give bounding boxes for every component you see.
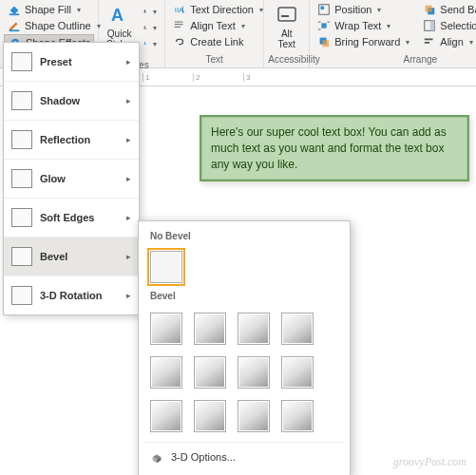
label: Align	[440, 36, 463, 48]
preset-preview-icon	[11, 52, 32, 71]
ruler-tick: 2	[193, 73, 243, 82]
text-direction-button[interactable]: IIAText Direction▾	[169, 2, 259, 17]
shadow-preview-icon	[11, 91, 32, 110]
text-direction-icon: IIA	[173, 3, 186, 16]
effects-shadow[interactable]: Shadow▸	[4, 82, 139, 121]
pencil-icon	[8, 19, 21, 32]
label: Bevel	[40, 251, 67, 262]
bevel-swatch[interactable]	[238, 356, 270, 389]
chevron-down-icon: ▾	[377, 6, 381, 14]
chevron-right-icon: ▸	[126, 291, 131, 300]
bevel-header: Bevel	[144, 287, 344, 307]
effects-soft-edges[interactable]: Soft Edges▸	[4, 199, 139, 238]
svg-rect-8	[143, 28, 146, 29]
align-text-icon	[173, 19, 186, 32]
svg-rect-23	[322, 40, 329, 47]
bevel-swatch[interactable]	[281, 400, 314, 432]
bevel-swatch[interactable]	[194, 313, 226, 345]
svg-rect-21	[318, 29, 321, 30]
selection-pane-button[interactable]: Selection Pane	[419, 18, 476, 33]
label: Selection Pane	[440, 20, 476, 31]
chevron-down-icon: ▾	[77, 6, 81, 14]
label: Alt Text	[278, 28, 295, 49]
bevel-swatch[interactable]	[238, 313, 270, 345]
reflection-preview-icon	[11, 130, 32, 149]
bring-forward-icon	[317, 35, 331, 48]
text-outline-icon[interactable]: A▾	[140, 20, 161, 35]
send-backward-button[interactable]: Send Backward▾	[419, 2, 476, 17]
svg-rect-12	[175, 24, 183, 25]
bevel-swatch[interactable]	[194, 356, 226, 389]
svg-rect-18	[322, 23, 327, 28]
chevron-right-icon: ▸	[126, 135, 131, 144]
wrap-icon	[317, 19, 331, 32]
selection-pane-icon	[423, 19, 436, 32]
shape-outline-button[interactable]: Shape Outline▾	[4, 18, 94, 33]
group-label: Text	[169, 54, 259, 66]
svg-rect-19	[318, 22, 321, 23]
text-fill-icon[interactable]: A▾	[140, 4, 161, 19]
label: Glow	[40, 173, 66, 184]
watermark: groovyPost.com	[393, 455, 466, 469]
chevron-down-icon: ▾	[259, 6, 263, 14]
label: Shape Fill	[25, 4, 71, 15]
svg-rect-13	[175, 27, 181, 28]
alt-text-icon	[276, 4, 298, 27]
svg-rect-6	[143, 12, 146, 13]
svg-rect-15	[281, 15, 289, 17]
alt-text-button[interactable]: Alt Text	[268, 2, 305, 51]
label: Wrap Text	[334, 20, 381, 31]
svg-rect-29	[425, 42, 429, 44]
3d-options-button[interactable]: 3-D Options...	[144, 442, 344, 471]
bevel-swatch[interactable]	[281, 313, 314, 345]
bring-forward-button[interactable]: Bring Forward▾	[314, 34, 413, 49]
chevron-right-icon: ▸	[126, 174, 131, 183]
chevron-down-icon: ▾	[387, 22, 390, 30]
text-effects-icon[interactable]: A▾	[140, 36, 161, 51]
bevel-none[interactable]	[150, 251, 182, 283]
position-button[interactable]: Position▾	[314, 2, 413, 17]
label: 3-D Options...	[171, 451, 236, 463]
align-button[interactable]: Align▾	[419, 34, 476, 49]
label: Position	[334, 4, 371, 15]
svg-rect-27	[430, 21, 434, 31]
create-link-button[interactable]: Create Link	[169, 34, 259, 49]
bevel-preview-icon	[11, 247, 32, 266]
group-label: Accessibility	[268, 54, 305, 66]
position-icon	[317, 3, 331, 16]
svg-rect-25	[426, 6, 432, 12]
bevel-swatch[interactable]	[150, 400, 182, 432]
svg-rect-28	[425, 39, 433, 41]
effects-3d-rotation[interactable]: 3-D Rotation▸	[4, 276, 139, 314]
bevel-swatch[interactable]	[281, 356, 314, 389]
bevel-swatch[interactable]	[194, 400, 226, 432]
bevel-swatch[interactable]	[150, 356, 182, 389]
chevron-right-icon: ▸	[126, 96, 131, 105]
align-text-button[interactable]: Align Text▾	[169, 18, 259, 33]
label: Preset	[40, 56, 72, 67]
label: Text Direction	[190, 4, 254, 15]
effects-reflection[interactable]: Reflection▸	[4, 121, 139, 160]
wrap-text-button[interactable]: Wrap Text▾	[314, 18, 413, 33]
bevel-swatch[interactable]	[238, 400, 270, 432]
effects-bevel[interactable]: Bevel▸	[4, 238, 139, 276]
effects-glow[interactable]: Glow▸	[4, 160, 139, 199]
effects-preset[interactable]: Preset▸	[4, 43, 139, 82]
shape-fill-button[interactable]: Shape Fill▾	[4, 2, 94, 17]
label: Align Text	[190, 20, 236, 31]
svg-rect-20	[328, 22, 331, 23]
label: 3-D Rotation	[40, 290, 102, 301]
text-box[interactable]: Here's our super cool text box! You can …	[200, 115, 469, 181]
svg-rect-11	[175, 22, 183, 23]
label: Bring Forward	[334, 36, 400, 48]
bevel-swatch[interactable]	[150, 313, 182, 345]
label: Send Backward	[440, 4, 476, 15]
svg-rect-0	[10, 13, 20, 15]
svg-text:A: A	[144, 42, 147, 46]
ruler-tick: 3	[243, 73, 294, 82]
label: Shadow	[40, 95, 80, 106]
send-backward-icon	[423, 3, 436, 16]
chevron-down-icon: ▾	[406, 38, 409, 47]
wordart-icon: A	[108, 4, 131, 27]
bevel-submenu: No Bevel Bevel 3-D Options...	[138, 220, 351, 475]
